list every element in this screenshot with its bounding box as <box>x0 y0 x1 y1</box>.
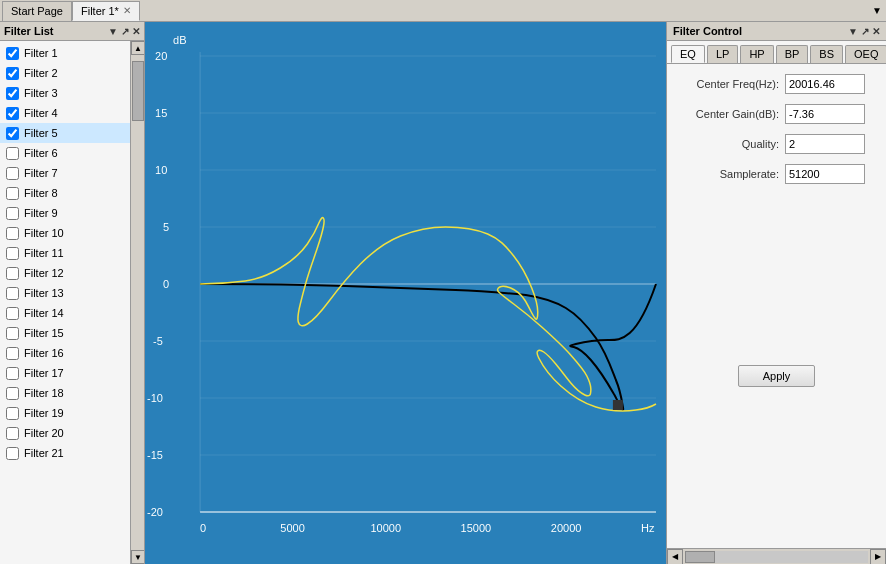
filter-checkbox-7[interactable] <box>6 167 19 180</box>
tab-filter1[interactable]: Filter 1* ✕ <box>72 1 140 21</box>
filter-checkbox-4[interactable] <box>6 107 19 120</box>
filter-item-2[interactable]: Filter 2 <box>0 63 130 83</box>
filter-item-18[interactable]: Filter 18 <box>0 383 130 403</box>
filter-label-10: Filter 10 <box>24 227 64 239</box>
filter-checkbox-11[interactable] <box>6 247 19 260</box>
tab-filter1-label: Filter 1* <box>81 5 119 17</box>
filter-item-15[interactable]: Filter 15 <box>0 323 130 343</box>
scrollbar-down-btn[interactable]: ▼ <box>131 550 144 564</box>
filter-item-11[interactable]: Filter 11 <box>0 243 130 263</box>
filter-control-bottom-scrollbar[interactable]: ◀ ▶ <box>667 548 886 564</box>
filter-checkbox-8[interactable] <box>6 187 19 200</box>
filter-label-8: Filter 8 <box>24 187 58 199</box>
filter-item-5[interactable]: Filter 5 <box>0 123 130 143</box>
filter-item-6[interactable]: Filter 6 <box>0 143 130 163</box>
filter-checkbox-19[interactable] <box>6 407 19 420</box>
filter-checkbox-9[interactable] <box>6 207 19 220</box>
filter-type-tab-eq[interactable]: EQ <box>671 45 705 63</box>
filter-type-tab-lp[interactable]: LP <box>707 45 738 63</box>
filter-type-tab-bs[interactable]: BS <box>810 45 843 63</box>
filter-label-21: Filter 21 <box>24 447 64 459</box>
filter-item-8[interactable]: Filter 8 <box>0 183 130 203</box>
filter-checkbox-3[interactable] <box>6 87 19 100</box>
filter-list-scrollbar[interactable]: ▲ ▼ <box>130 41 144 564</box>
filter-control-pin-icon[interactable]: ▼ <box>848 26 858 37</box>
control-label-0: Center Freq(Hz): <box>675 78 785 90</box>
filter-item-21[interactable]: Filter 21 <box>0 443 130 463</box>
filter-checkbox-21[interactable] <box>6 447 19 460</box>
filter-label-16: Filter 16 <box>24 347 64 359</box>
scroll-left-btn[interactable]: ◀ <box>667 549 683 565</box>
filter-item-4[interactable]: Filter 4 <box>0 103 130 123</box>
filter-item-19[interactable]: Filter 19 <box>0 403 130 423</box>
filter-checkbox-2[interactable] <box>6 67 19 80</box>
tab-dropdown-icon[interactable]: ▼ <box>872 5 886 16</box>
svg-text:-15: -15 <box>147 449 163 461</box>
control-input-3[interactable] <box>785 164 865 184</box>
filter-list-float-icon[interactable]: ↗ <box>121 26 129 37</box>
filter-control-header-icons: ▼ ↗ ✕ <box>848 26 880 37</box>
filter-item-16[interactable]: Filter 16 <box>0 343 130 363</box>
scrollbar-thumb[interactable] <box>132 61 144 121</box>
tab-filter1-close-icon[interactable]: ✕ <box>123 5 131 16</box>
scroll-right-btn[interactable]: ▶ <box>870 549 886 565</box>
filter-checkbox-12[interactable] <box>6 267 19 280</box>
filter-checkbox-13[interactable] <box>6 287 19 300</box>
filter-item-1[interactable]: Filter 1 <box>0 43 130 63</box>
filter-label-2: Filter 2 <box>24 67 58 79</box>
filter-items-list: Filter 1Filter 2Filter 3Filter 4Filter 5… <box>0 41 130 564</box>
filter-control-close-icon[interactable]: ✕ <box>872 26 880 37</box>
filter-checkbox-15[interactable] <box>6 327 19 340</box>
filter-label-15: Filter 15 <box>24 327 64 339</box>
apply-button[interactable]: Apply <box>738 365 816 387</box>
filter-item-3[interactable]: Filter 3 <box>0 83 130 103</box>
main-layout: Filter List ▼ ↗ ✕ Filter 1Filter 2Filter… <box>0 22 886 564</box>
filter-label-9: Filter 9 <box>24 207 58 219</box>
filter-item-7[interactable]: Filter 7 <box>0 163 130 183</box>
filter-item-14[interactable]: Filter 14 <box>0 303 130 323</box>
filter-item-12[interactable]: Filter 12 <box>0 263 130 283</box>
filter-list-pin-icon[interactable]: ▼ <box>108 26 118 37</box>
filter-item-17[interactable]: Filter 17 <box>0 363 130 383</box>
black-response-curve <box>200 284 656 410</box>
svg-text:-20: -20 <box>147 506 163 518</box>
scroll-thumb[interactable] <box>685 551 715 563</box>
filter-checkbox-20[interactable] <box>6 427 19 440</box>
tab-start-page[interactable]: Start Page <box>2 1 72 21</box>
control-label-1: Center Gain(dB): <box>675 108 785 120</box>
filter-list-close-icon[interactable]: ✕ <box>132 26 140 37</box>
filter-control-float-icon[interactable]: ↗ <box>861 26 869 37</box>
eq-control-point[interactable] <box>613 400 623 410</box>
db-axis-label: dB <box>173 34 186 46</box>
filter-item-13[interactable]: Filter 13 <box>0 283 130 303</box>
control-label-2: Quality: <box>675 138 785 150</box>
filter-label-18: Filter 18 <box>24 387 64 399</box>
filter-checkbox-14[interactable] <box>6 307 19 320</box>
filter-checkbox-10[interactable] <box>6 227 19 240</box>
filter-label-4: Filter 4 <box>24 107 58 119</box>
filter-type-tab-hp[interactable]: HP <box>740 45 773 63</box>
filter-checkbox-1[interactable] <box>6 47 19 60</box>
filter-checkbox-18[interactable] <box>6 387 19 400</box>
filter-checkbox-5[interactable] <box>6 127 19 140</box>
filter-label-6: Filter 6 <box>24 147 58 159</box>
filter-item-20[interactable]: Filter 20 <box>0 423 130 443</box>
control-input-1[interactable] <box>785 104 865 124</box>
control-input-2[interactable] <box>785 134 865 154</box>
filter-checkbox-16[interactable] <box>6 347 19 360</box>
filter-type-tabs: EQLPHPBPBSOEQ <box>667 41 886 64</box>
filter-checkbox-6[interactable] <box>6 147 19 160</box>
filter-list-header: Filter List ▼ ↗ ✕ <box>0 22 144 41</box>
filter-type-tab-bp[interactable]: BP <box>776 45 809 63</box>
control-input-0[interactable] <box>785 74 865 94</box>
filter-label-7: Filter 7 <box>24 167 58 179</box>
filter-item-10[interactable]: Filter 10 <box>0 223 130 243</box>
control-label-3: Samplerate: <box>675 168 785 180</box>
svg-text:5000: 5000 <box>280 522 305 534</box>
filter-item-9[interactable]: Filter 9 <box>0 203 130 223</box>
scrollbar-up-btn[interactable]: ▲ <box>131 41 144 55</box>
filter-checkbox-17[interactable] <box>6 367 19 380</box>
filter-list-header-icons: ▼ ↗ ✕ <box>108 26 140 37</box>
filter-type-tab-oeq[interactable]: OEQ <box>845 45 886 63</box>
scroll-track[interactable] <box>685 551 868 563</box>
